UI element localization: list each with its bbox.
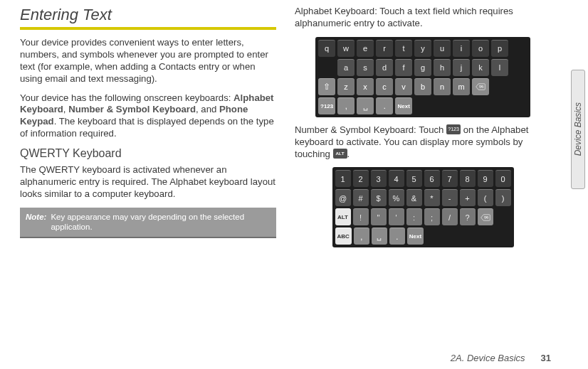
key-u: u bbox=[434, 40, 451, 57]
key-:: : bbox=[406, 208, 422, 225]
key-,: , bbox=[354, 228, 369, 245]
key-n: n bbox=[434, 78, 451, 95]
key-4: 4 bbox=[389, 170, 404, 187]
key-': ' bbox=[389, 208, 404, 225]
key-): ) bbox=[495, 189, 511, 206]
alt-switch-icon: ALT bbox=[333, 149, 347, 159]
key-f: f bbox=[395, 59, 412, 76]
alpha-kbd-paragraph: Alphabet Keyboard: Touch a text field wh… bbox=[295, 6, 551, 30]
key-@: @ bbox=[335, 189, 351, 206]
key-m: m bbox=[453, 78, 470, 95]
left-column: Entering Text Your device provides conve… bbox=[20, 6, 276, 345]
key-(: ( bbox=[478, 189, 493, 206]
space-key: ␣ bbox=[357, 97, 374, 114]
key-;: ; bbox=[424, 208, 440, 225]
key-8: 8 bbox=[460, 170, 476, 187]
keyboard-row: ⇧zxcvbnmDEL bbox=[318, 78, 527, 95]
key-5: 5 bbox=[406, 170, 422, 187]
key-,: , bbox=[337, 97, 355, 114]
kb-name-numsym: Number & Symbol Keyboard bbox=[68, 104, 196, 114]
keyboard-row: asdfghjkl bbox=[318, 59, 527, 76]
key-v: v bbox=[395, 78, 412, 95]
key-0: 0 bbox=[495, 170, 511, 187]
key-7: 7 bbox=[442, 170, 458, 187]
note-box: Note: Key appearance may vary depending … bbox=[20, 208, 276, 238]
delete-key: DEL bbox=[472, 78, 489, 95]
key-$: $ bbox=[371, 189, 387, 206]
key-p: p bbox=[491, 40, 508, 57]
key-y: y bbox=[414, 40, 431, 57]
keyboard-row: ?123,␣.Next bbox=[318, 97, 527, 114]
note-label: Note: bbox=[26, 212, 46, 232]
space-key: ␣ bbox=[372, 228, 387, 245]
keyboard-row: qwertyuiop bbox=[318, 40, 527, 57]
key-b: b bbox=[414, 78, 431, 95]
key-#: # bbox=[353, 189, 369, 206]
alpha-keyboard-figure: qwertyuiopasdfghjkl⇧zxcvbnmDEL?123,␣.Nex… bbox=[295, 37, 551, 117]
key-/: / bbox=[442, 208, 458, 225]
key-+: + bbox=[460, 189, 476, 206]
qwerty-paragraph: The QWERTY keyboard is activated wheneve… bbox=[20, 164, 276, 200]
kb-para-pre: Your device has the following onscreen k… bbox=[20, 92, 233, 103]
kb-para-post: . The keyboard that is displayed depends… bbox=[20, 116, 274, 139]
key-%: % bbox=[389, 189, 404, 206]
right-column: Alphabet Keyboard: Touch a text field wh… bbox=[295, 6, 551, 345]
numsym-kbd-paragraph: Number & Symbol Keyboard: Touch ?123 on … bbox=[295, 124, 551, 161]
heading-qwerty: QWERTY Keyboard bbox=[20, 147, 276, 160]
numsym-keyboard-figure: 1234567890@#$%&*-+()ALT!"':;/?DELABC,␣.N… bbox=[295, 167, 551, 247]
key--: - bbox=[442, 189, 458, 206]
key-!: ! bbox=[353, 208, 369, 225]
delete-key: DEL bbox=[478, 208, 493, 225]
key-z: z bbox=[337, 78, 355, 95]
next-key: Next bbox=[407, 228, 424, 245]
alpha-keyboard: qwertyuiopasdfghjkl⇧zxcvbnmDEL?123,␣.Nex… bbox=[315, 37, 530, 117]
key-t: t bbox=[395, 40, 412, 57]
key-6: 6 bbox=[424, 170, 440, 187]
key-&: & bbox=[406, 189, 422, 206]
keyboard-row: 1234567890 bbox=[335, 170, 511, 187]
numsym-switch-key: ?123 bbox=[318, 97, 335, 114]
side-tab: Device Basics bbox=[571, 70, 585, 189]
key-s: s bbox=[357, 59, 374, 76]
key-e: e bbox=[357, 40, 374, 57]
key-o: o bbox=[472, 40, 489, 57]
keyboard-row: @#$%&*-+() bbox=[335, 189, 511, 206]
side-tab-label: Device Basics bbox=[573, 102, 583, 156]
key-x: x bbox=[357, 78, 374, 95]
key-d: d bbox=[376, 59, 393, 76]
key-3: 3 bbox=[371, 170, 387, 187]
note-text: Key appearance may vary depending on the… bbox=[51, 212, 271, 232]
key-9: 9 bbox=[478, 170, 493, 187]
key-?: ? bbox=[460, 208, 476, 225]
keyboard-row: ABC,␣.Next bbox=[335, 228, 511, 245]
numsym-para-post: . bbox=[347, 149, 350, 159]
key-.: . bbox=[389, 228, 405, 245]
page-content: Entering Text Your device provides conve… bbox=[20, 6, 551, 345]
key-*: * bbox=[424, 189, 440, 206]
footer-page-number: 31 bbox=[541, 353, 551, 363]
key-w: w bbox=[337, 40, 355, 57]
key-a: a bbox=[337, 59, 355, 76]
key-1: 1 bbox=[335, 170, 351, 187]
alt-key: ALT bbox=[335, 208, 351, 225]
heading-entering-text: Entering Text bbox=[20, 6, 276, 24]
key-h: h bbox=[434, 59, 451, 76]
key-": " bbox=[371, 208, 387, 225]
key-k: k bbox=[472, 59, 489, 76]
key-c: c bbox=[376, 78, 393, 95]
kb-para-mid2: , and bbox=[196, 104, 219, 114]
shift-key: ⇧ bbox=[318, 78, 335, 95]
key-i: i bbox=[453, 40, 470, 57]
key-r: r bbox=[376, 40, 393, 57]
numsym-para-pre: Number & Symbol Keyboard: Touch bbox=[295, 124, 446, 135]
keyboard-row: ALT!"':;/?DEL bbox=[335, 208, 511, 225]
intro-paragraph: Your device provides convenient ways to … bbox=[20, 37, 276, 85]
key-2: 2 bbox=[353, 170, 369, 187]
alpha-switch-key: ABC bbox=[335, 228, 352, 245]
numsym-keyboard: 1234567890@#$%&*-+()ALT!"':;/?DELABC,␣.N… bbox=[332, 167, 514, 247]
key-j: j bbox=[453, 59, 470, 76]
heading-underline bbox=[20, 27, 276, 30]
key-l: l bbox=[491, 59, 508, 76]
key-q: q bbox=[318, 40, 335, 57]
key-.: . bbox=[376, 97, 393, 114]
